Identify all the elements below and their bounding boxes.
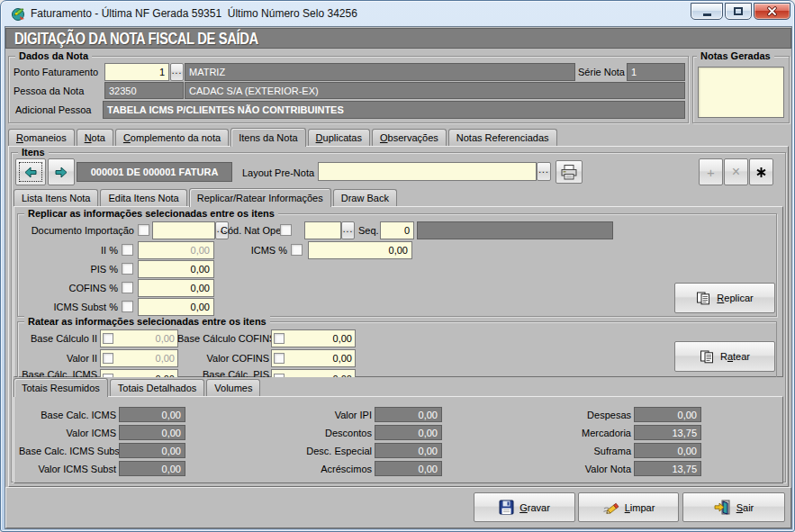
tab-totais-detalhados[interactable]: Totais Detalhados — [110, 379, 204, 396]
sair-button[interactable]: Sair — [682, 492, 785, 522]
base-calc-icms-label-clipped: Base Cálc. ICMS — [19, 369, 97, 377]
documento-importacao-checkbox[interactable] — [138, 224, 149, 236]
valor-icms-subst-total-value: 0,00 — [119, 461, 185, 476]
delete-item-button[interactable]: × — [724, 158, 748, 185]
cod-nat-oper-label: Cód. Nat Oper — [221, 225, 276, 236]
printer-icon — [560, 164, 578, 180]
ellipsis-icon: ... — [538, 165, 548, 178]
layout-pre-nota-label: Layout Pre-Nota — [242, 167, 314, 178]
ratear-button[interactable]: Ratear — [674, 341, 775, 372]
tab-draw-back[interactable]: Draw Back — [333, 189, 397, 206]
tab-replicar-ratear[interactable]: Replicar/Ratear Informações — [189, 188, 331, 207]
cod-nat-oper-checkbox[interactable] — [280, 224, 292, 236]
tab-nota[interactable]: Nota — [77, 129, 113, 146]
tab-lista-itens-nota[interactable]: Lista Itens Nota — [14, 189, 98, 206]
tab-notas-referenciadas[interactable]: Notas Referenciadas — [448, 129, 557, 146]
sair-label: Sair — [736, 502, 754, 513]
icms-subst-pct-label: ICMS Subst % — [37, 302, 118, 312]
replicar-button[interactable]: Replicar — [674, 283, 775, 313]
x-icon: × — [732, 164, 740, 180]
desc-especial-label: Desc. Especial — [289, 446, 372, 456]
ii-pct-label: II % — [55, 245, 118, 256]
valor-icms-total-value: 0,00 — [119, 425, 185, 440]
ratear-group-title: Ratear as informações selecionadas entre… — [24, 316, 270, 327]
base-calculo-ii-checkbox[interactable] — [103, 333, 113, 344]
valor-cofins-label: Valor COFINS — [177, 353, 269, 364]
acrescimos-label: Acréscimos — [289, 464, 372, 474]
limpar-label: Limpar — [625, 502, 655, 513]
base-calc-icms-total-label: Base Calc. ICMS — [19, 410, 116, 420]
seq-input[interactable]: 0 — [380, 221, 414, 239]
icms-subst-pct-input[interactable]: 0,00 — [138, 298, 214, 316]
icms-subst-pct-checkbox[interactable] — [122, 301, 133, 312]
base-calc-icms-total-value: 0,00 — [119, 407, 185, 422]
documento-importacao-input[interactable] — [152, 221, 215, 239]
next-item-button[interactable] — [48, 158, 75, 185]
cofins-pct-label: COFINS % — [55, 283, 118, 293]
despesas-value: 0,00 — [634, 407, 701, 422]
main-tab-bar: Romaneios Nota Complemento da nota Itens… — [8, 127, 559, 146]
special-item-button[interactable] — [749, 158, 773, 185]
tab-edita-itens-nota[interactable]: Edita Itens Nota — [100, 189, 186, 206]
cod-nat-oper-browse-button[interactable]: ... — [341, 221, 355, 239]
maximize-button[interactable] — [725, 3, 752, 20]
tab-observacoes[interactable]: Observações — [372, 129, 447, 146]
valor-ii-checkbox[interactable] — [103, 353, 113, 364]
add-item-button[interactable]: + — [699, 158, 723, 185]
copy-icon — [700, 350, 715, 364]
ratear-label: Ratear — [720, 351, 750, 362]
ellipsis-icon: ... — [172, 66, 182, 79]
form-header: DIGITAÇÃO DA NOTA FISCAL DE SAÍDA — [5, 28, 791, 49]
cod-nat-oper-input[interactable] — [304, 221, 341, 239]
gravar-button[interactable]: Gravar — [474, 492, 575, 522]
documento-importacao-label: Documento Importação — [19, 225, 134, 236]
exit-door-icon — [714, 500, 731, 515]
arrow-right-icon — [55, 167, 68, 178]
item-tab-bar: Lista Itens Nota Edita Itens Nota Replic… — [14, 187, 399, 206]
tab-volumes[interactable]: Volumes — [206, 379, 260, 396]
valor-cofins-checkbox[interactable] — [274, 353, 285, 364]
cofins-pct-input[interactable]: 0,00 — [138, 279, 214, 297]
limpar-button[interactable]: Limpar — [578, 492, 679, 522]
base-calc-pis-field-clipped[interactable]: 0,00 — [271, 369, 356, 377]
tab-itens-da-nota[interactable]: Itens da Nota — [230, 128, 305, 147]
pessoa-name-display: CADAC S/A (EXTERIOR-EX) — [185, 82, 685, 99]
window-title: Faturamento - Última NF Gerada 59351 Últ… — [31, 7, 357, 20]
print-button[interactable] — [556, 160, 583, 184]
close-button[interactable] — [754, 3, 790, 20]
valor-icms-subst-total-label: Valor ICMS Subst — [19, 464, 116, 474]
layout-pre-nota-input[interactable] — [318, 162, 537, 181]
minimize-button[interactable] — [691, 3, 723, 20]
replicar-group-title: Replicar as informações selecionadas ent… — [24, 208, 278, 219]
cofins-pct-checkbox[interactable] — [122, 282, 133, 293]
save-icon — [499, 500, 514, 515]
notas-geradas-list[interactable] — [698, 67, 784, 118]
base-calculo-ii-field[interactable]: 0,00 — [100, 329, 178, 347]
ii-pct-input[interactable]: 0,00 — [138, 241, 214, 259]
ellipsis-icon: ... — [343, 224, 353, 238]
icms-pct-checkbox[interactable] — [291, 244, 303, 256]
arrow-left-icon — [24, 167, 37, 178]
pessoa-code-display: 32350 — [104, 82, 184, 99]
valor-ii-field[interactable]: 0,00 — [100, 349, 178, 367]
base-calc-icms-field-clipped[interactable]: 0,00 — [100, 369, 178, 377]
ponto-faturamento-input[interactable]: 1 — [104, 63, 169, 81]
tab-duplicatas[interactable]: Duplicatas — [308, 129, 370, 146]
base-calculo-cofins-field[interactable]: 0,00 — [271, 329, 356, 347]
previous-item-button[interactable] — [15, 158, 46, 185]
pessoa-da-nota-label: Pessoa da Nota — [14, 86, 84, 96]
ii-pct-checkbox[interactable] — [122, 244, 133, 256]
descontos-value: 0,00 — [375, 425, 442, 440]
base-calculo-cofins-checkbox[interactable] — [274, 333, 285, 344]
tab-romaneios[interactable]: Romaneios — [8, 129, 75, 146]
tab-totais-resumidos[interactable]: Totais Resumidos — [14, 378, 108, 397]
pis-pct-input[interactable]: 0,00 — [138, 260, 214, 278]
tab-complemento-da-nota[interactable]: Complemento da nota — [115, 129, 229, 146]
layout-pre-nota-browse-button[interactable]: ... — [537, 162, 551, 181]
valor-cofins-field[interactable]: 0,00 — [271, 349, 356, 367]
adicional-pessoa-label: Adicional Pessoa — [15, 104, 91, 115]
pis-pct-checkbox[interactable] — [122, 263, 133, 275]
copy-icon — [696, 292, 711, 305]
ponto-faturamento-browse-button[interactable]: ... — [170, 63, 184, 81]
icms-pct-input[interactable]: 0,00 — [308, 241, 412, 259]
